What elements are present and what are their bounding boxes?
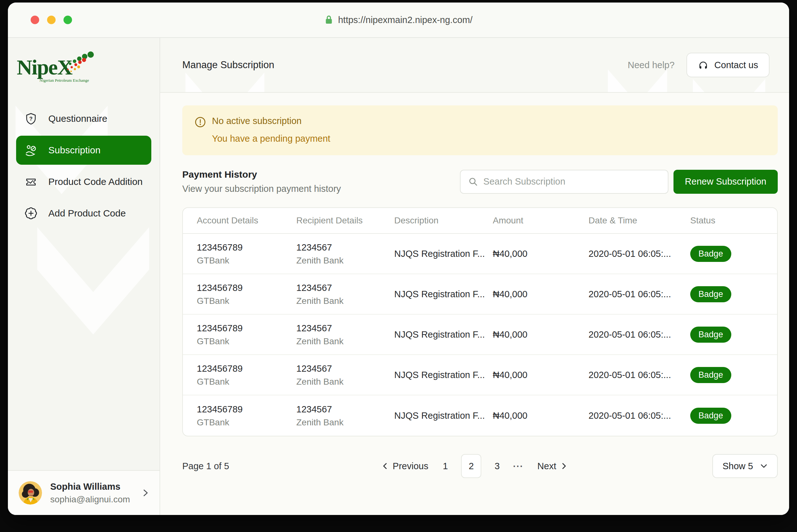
next-page-button[interactable]: Next [537,461,567,471]
status-badge: Badge [690,408,731,424]
previous-page-button[interactable]: Previous [382,461,428,471]
table-row: 123456789 GTBank 1234567 Zenith Bank NJQ… [183,274,777,315]
recipient-bank: Zenith Bank [296,255,394,266]
chevron-right-icon [561,462,567,471]
page-header: Manage Subscription Need help? [160,38,789,93]
account-bank: GTBank [197,336,296,346]
sidebar: NipeX Nigerian Petroleum Exchange [8,38,160,515]
table-row: 123456789 GTBank 1234567 Zenith Bank NJQ… [183,355,777,395]
sidebar-item-product-code-addition[interactable]: Product Code Addition [16,167,151,196]
page-count-label: Page 1 of 5 [182,461,229,471]
user-profile[interactable]: Sophia Williams sophia@alignui.com [8,470,160,515]
renew-subscription-button[interactable]: Renew Subscription [673,170,778,194]
account-number: 123456789 [197,363,296,374]
column-header-description: Description [394,215,493,226]
cell-recipient-details: 1234567 Zenith Bank [296,403,394,428]
recipient-number: 1234567 [296,322,394,334]
screen-background: https://nipexmain2.nipex-ng.com/ NipeX N… [0,0,797,532]
pagination-ellipsis[interactable]: ... [513,459,523,469]
cell-status: Badge [690,408,777,424]
sidebar-item-subscription[interactable]: Subscription [16,136,151,165]
contact-us-label: Contact us [714,60,758,70]
cell-status: Badge [690,246,777,262]
chevron-watermark [36,227,150,335]
cell-amount: ₦40,000 [493,370,588,380]
badge-plus-icon [24,207,38,220]
banner-subtitle: You have a pending payment [212,133,766,144]
account-bank: GTBank [197,296,296,306]
account-bank: GTBank [197,255,296,266]
table-body: 123456789 GTBank 1234567 Zenith Bank NJQ… [183,234,777,436]
zoom-window-button[interactable] [64,16,72,24]
window-controls [31,16,72,24]
search-icon [468,177,478,187]
cell-amount: ₦40,000 [493,289,588,300]
sidebar-item-label: Subscription [48,145,101,155]
cell-date-time: 2020-05-01 06:05:... [588,329,690,340]
profile-email: sophia@alignui.com [50,494,130,505]
section-subtitle: View your subscription payment history [182,184,341,194]
recipient-number: 1234567 [296,363,394,374]
address-bar[interactable]: https://nipexmain2.nipex-ng.com/ [324,15,473,25]
cell-description: NJQS Registration F... [394,249,493,259]
svg-text:?: ? [30,116,33,122]
lock-icon [324,15,333,25]
page-size-dropdown[interactable]: Show 5 [712,454,778,478]
cell-account-details: 123456789 GTBank [197,403,296,428]
recipient-bank: Zenith Bank [296,377,394,387]
column-header-status: Status [690,215,777,226]
cell-recipient-details: 1234567 Zenith Bank [296,322,394,346]
cell-date-time: 2020-05-01 06:05:... [588,370,690,380]
cell-date-time: 2020-05-01 06:05:... [588,411,690,421]
chevron-watermark [688,79,770,93]
cell-recipient-details: 1234567 Zenith Bank [296,363,394,387]
payment-history-table: Account Details Recipient Details Descri… [182,207,778,436]
table-row: 123456789 GTBank 1234567 Zenith Bank NJQ… [183,395,777,436]
page-size-label: Show 5 [722,461,753,471]
cell-status: Badge [690,286,777,302]
sidebar-item-questionnaire[interactable]: ? Questionnaire [16,104,151,133]
cell-account-details: 123456789 GTBank [197,322,296,346]
close-window-button[interactable] [31,16,39,24]
account-number: 123456789 [197,242,296,253]
status-badge: Badge [690,286,731,302]
status-badge: Badge [690,327,731,343]
page-title: Manage Subscription [182,59,274,71]
cell-amount: ₦40,000 [493,411,588,421]
next-label: Next [537,461,556,471]
search-input[interactable] [483,176,660,187]
chevron-down-icon [760,463,767,469]
minimize-window-button[interactable] [47,16,56,24]
cell-status: Badge [690,367,777,383]
browser-chrome: https://nipexmain2.nipex-ng.com/ [8,2,789,38]
url-text: https://nipexmain2.nipex-ng.com/ [338,15,473,25]
alert-circle-icon [194,116,212,128]
cell-recipient-details: 1234567 Zenith Bank [296,242,394,266]
page-number-1[interactable]: 1 [442,461,449,471]
sidebar-item-add-product-code[interactable]: Add Product Code [16,199,151,228]
logo-brand-text: NipeX [17,55,73,79]
recipient-bank: Zenith Bank [296,296,394,306]
page-number-2-current[interactable]: 2 [461,454,482,478]
account-number: 123456789 [197,282,296,293]
search-box [460,170,668,194]
recipient-bank: Zenith Bank [296,336,394,346]
hand-coin-icon [24,144,38,157]
page-number-3[interactable]: 3 [494,461,501,471]
chevron-right-icon[interactable] [143,488,149,498]
cell-amount: ₦40,000 [493,329,588,340]
column-header-date-time: Date & Time [588,215,690,226]
nipex-logo: NipeX Nigerian Petroleum Exchange [17,51,160,86]
content-area: No active subscription You have a pendin… [160,93,789,515]
table-row: 123456789 GTBank 1234567 Zenith Bank NJQ… [183,315,777,355]
cell-status: Badge [690,327,777,343]
account-bank: GTBank [197,417,296,428]
ticket-check-icon [24,175,38,188]
column-header-recipient-details: Recipient Details [296,215,394,226]
cell-description: NJQS Registration F... [394,411,493,421]
table-header-row: Account Details Recipient Details Descri… [183,208,777,234]
contact-us-button[interactable]: Contact us [686,53,769,77]
account-number: 123456789 [197,403,296,415]
chevron-left-icon [382,462,387,471]
sidebar-item-label: Questionnaire [48,113,107,124]
